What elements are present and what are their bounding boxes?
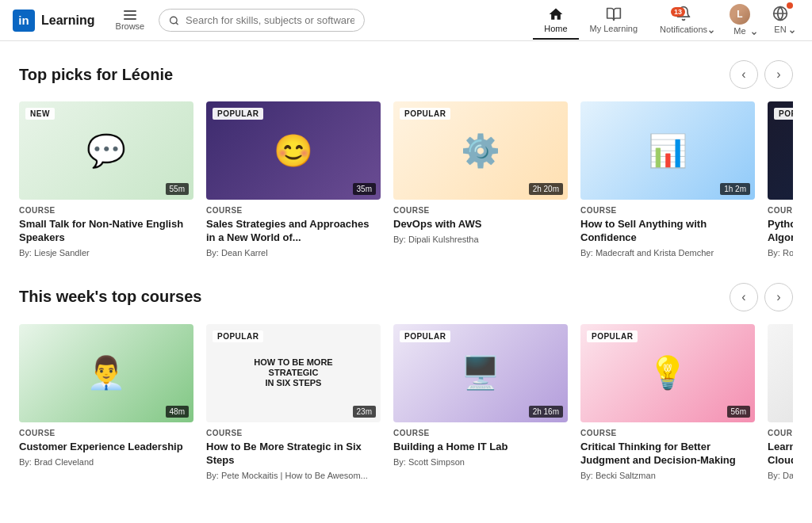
card-4-type: COURSE: [580, 206, 755, 215]
top-picks-prev-button[interactable]: ‹: [730, 60, 758, 89]
week-card-5-thumbnail: ☁️: [768, 324, 793, 422]
top-courses-prev-button[interactable]: ‹: [730, 283, 758, 311]
card-4-thumbnail: 📊 1h 2m: [580, 101, 755, 200]
week-card-5-title: Learning Clou... Cloud and De...: [768, 441, 793, 468]
week-card-5-type: COURSE: [768, 429, 793, 437]
card-2-type: COURSE: [206, 206, 381, 215]
top-picks-card-3[interactable]: POPULAR ⚙️ 2h 20m COURSE DevOps with AWS…: [393, 101, 568, 258]
card-4-author: By: Madecraft and Krista Demcher: [580, 248, 755, 258]
card-1-badge: NEW: [25, 108, 55, 120]
main-content: Top picks for Léonie ‹ › NEW 💬 55m COURS…: [0, 41, 812, 523]
card-5-type: COURSE: [768, 206, 793, 215]
card-3-author: By: Dipali Kulshrestha: [393, 235, 568, 244]
header: in Learning Browse Home My Learning: [0, 0, 812, 41]
top-picks-card-4[interactable]: 📊 1h 2m COURSE How to Sell Anything with…: [580, 101, 755, 258]
me-chevron-icon: [750, 29, 758, 37]
notification-badge: 13: [671, 7, 685, 17]
book-icon: [606, 6, 622, 22]
card-3-title: DevOps with AWS: [393, 218, 568, 231]
globe-icon: [772, 6, 788, 21]
logo-area: in Learning: [13, 10, 95, 32]
nav-me-label: Me: [733, 26, 745, 36]
card-4-title: How to Sell Anything with Confidence: [580, 218, 755, 245]
card-2-duration: 35m: [353, 183, 376, 195]
week-card-3[interactable]: POPULAR 🖥️ 2h 16m COURSE Building a Home…: [393, 324, 568, 480]
lang-chevron-icon: [788, 28, 796, 36]
card-3-thumbnail: POPULAR ⚙️ 2h 20m: [393, 101, 568, 200]
week-card-3-duration: 2h 16m: [529, 406, 563, 418]
top-courses-header: This week's top courses ‹ ›: [19, 283, 793, 311]
top-picks-card-5[interactable]: POPULAR 💻 COURSE Python Data S... Algori…: [768, 101, 793, 258]
top-picks-next-button[interactable]: ›: [764, 60, 793, 89]
browse-button[interactable]: Browse: [111, 7, 150, 34]
week-card-4-badge: POPULAR: [587, 330, 638, 342]
card-5-badge: POPULAR: [774, 108, 793, 120]
week-card-3-author: By: Scott Simpson: [393, 457, 568, 467]
week-card-3-title: Building a Home IT Lab: [393, 441, 568, 454]
week-card-2-author: By: Pete Mockaitis | How to Be Awesom...: [206, 471, 381, 480]
nav-notifications-label: Notifications: [660, 25, 707, 34]
week-card-4-author: By: Becki Saltzman: [580, 471, 755, 480]
week-card-2[interactable]: POPULAR HOW TO BE MORESTRATEGICIN SIX ST…: [206, 324, 381, 480]
top-picks-header: Top picks for Léonie ‹ ›: [19, 60, 793, 89]
top-courses-section: This week's top courses ‹ › 👨‍💼 48m COUR…: [19, 283, 793, 480]
week-card-1-type: COURSE: [19, 429, 193, 437]
week-card-5[interactable]: ☁️ COURSE Learning Clou... Cloud and De.…: [768, 324, 793, 480]
week-card-4-type: COURSE: [580, 429, 755, 437]
home-icon: [548, 6, 564, 22]
nav-home[interactable]: Home: [533, 2, 578, 40]
card-3-duration: 2h 20m: [529, 183, 563, 195]
browse-icon: [124, 10, 136, 20]
week-card-2-image: HOW TO BE MORESTRATEGICIN SIX STEPS: [247, 351, 339, 395]
week-card-2-badge: POPULAR: [213, 330, 263, 342]
top-picks-card-1[interactable]: NEW 💬 55m COURSE Small Talk for Non-Nati…: [19, 101, 193, 258]
card-5-thumbnail: POPULAR 💻: [768, 101, 793, 200]
nav-my-learning[interactable]: My Learning: [579, 2, 649, 40]
nav-me[interactable]: L Me: [718, 0, 761, 42]
top-picks-section: Top picks for Léonie ‹ › NEW 💬 55m COURS…: [19, 60, 793, 258]
week-card-3-thumbnail: POPULAR 🖥️ 2h 16m: [393, 324, 568, 422]
week-card-3-type: COURSE: [393, 429, 568, 437]
top-picks-cards: NEW 💬 55m COURSE Small Talk for Non-Nati…: [19, 101, 793, 258]
week-card-1-author: By: Brad Cleveland: [19, 457, 193, 467]
card-5-title: Python Data S... Algorithms: [768, 218, 793, 245]
header-nav: Home My Learning 13 Notifications L: [533, 0, 799, 42]
card-3-badge: POPULAR: [400, 108, 450, 120]
linkedin-logo: in: [13, 10, 35, 32]
avatar: L: [730, 4, 750, 25]
nav-language-label: EN: [774, 25, 786, 34]
search-bar[interactable]: [159, 9, 365, 32]
week-card-2-thumbnail: POPULAR HOW TO BE MORESTRATEGICIN SIX ST…: [206, 324, 381, 422]
nav-language[interactable]: EN: [761, 1, 799, 40]
search-input[interactable]: [186, 14, 354, 26]
nav-notifications[interactable]: 13 Notifications: [649, 1, 718, 40]
card-1-author: By: Liesje Sandler: [19, 248, 193, 258]
card-2-thumbnail: POPULAR 😊 35m: [206, 101, 381, 200]
svg-line-1: [176, 22, 178, 24]
week-card-2-duration: 23m: [353, 406, 376, 418]
week-card-1-duration: 48m: [166, 406, 189, 418]
week-card-2-type: COURSE: [206, 429, 381, 437]
app-name: Learning: [41, 13, 95, 28]
top-courses-next-button[interactable]: ›: [764, 283, 793, 311]
top-picks-card-2[interactable]: POPULAR 😊 35m COURSE Sales Strategies an…: [206, 101, 381, 258]
search-icon: [169, 15, 179, 26]
week-card-4[interactable]: POPULAR 💡 56m COURSE Critical Thinking f…: [580, 324, 755, 480]
card-4-duration: 1h 2m: [720, 183, 750, 195]
week-card-1[interactable]: 👨‍💼 48m COURSE Customer Experience Leade…: [19, 324, 193, 480]
week-card-5-image: ☁️: [768, 324, 793, 422]
card-1-thumbnail: NEW 💬 55m: [19, 101, 193, 200]
top-picks-arrows: ‹ ›: [730, 60, 793, 89]
week-card-5-author: By: David Linthicu...: [768, 471, 793, 480]
week-card-4-thumbnail: POPULAR 💡 56m: [580, 324, 755, 422]
nav-my-learning-label: My Learning: [590, 24, 638, 33]
chevron-down-icon: [707, 28, 715, 36]
week-card-4-title: Critical Thinking for Better Judgment an…: [580, 441, 755, 468]
week-card-2-title: How to Be More Strategic in Six Steps: [206, 441, 381, 468]
card-2-author: By: Dean Karrel: [206, 248, 381, 258]
top-picks-title: Top picks for Léonie: [19, 66, 173, 84]
card-5-author: By: Robin Andrew...: [768, 248, 793, 258]
card-2-title: Sales Strategies and Approaches in a New…: [206, 218, 381, 245]
card-1-title: Small Talk for Non-Native English Speake…: [19, 218, 193, 245]
week-card-1-thumbnail: 👨‍💼 48m: [19, 324, 193, 422]
